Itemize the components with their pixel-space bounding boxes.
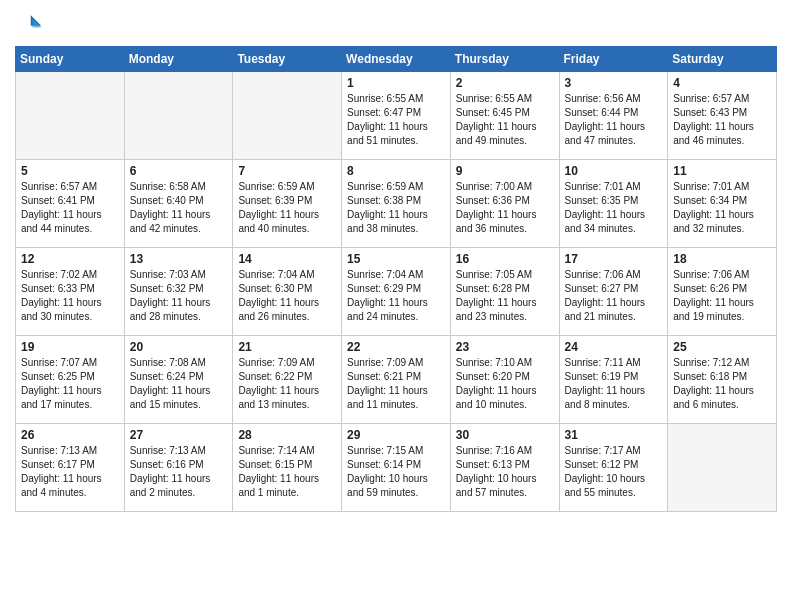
calendar-cell: 29Sunrise: 7:15 AM Sunset: 6:14 PM Dayli… xyxy=(342,424,451,512)
day-info: Sunrise: 6:55 AM Sunset: 6:45 PM Dayligh… xyxy=(456,92,554,148)
header-sunday: Sunday xyxy=(16,47,125,72)
day-number: 8 xyxy=(347,164,445,178)
header-monday: Monday xyxy=(124,47,233,72)
day-number: 15 xyxy=(347,252,445,266)
calendar-cell: 5Sunrise: 6:57 AM Sunset: 6:41 PM Daylig… xyxy=(16,160,125,248)
header-tuesday: Tuesday xyxy=(233,47,342,72)
day-number: 27 xyxy=(130,428,228,442)
calendar-cell: 15Sunrise: 7:04 AM Sunset: 6:29 PM Dayli… xyxy=(342,248,451,336)
calendar-cell: 28Sunrise: 7:14 AM Sunset: 6:15 PM Dayli… xyxy=(233,424,342,512)
calendar-cell: 2Sunrise: 6:55 AM Sunset: 6:45 PM Daylig… xyxy=(450,72,559,160)
day-info: Sunrise: 7:13 AM Sunset: 6:16 PM Dayligh… xyxy=(130,444,228,500)
day-info: Sunrise: 7:00 AM Sunset: 6:36 PM Dayligh… xyxy=(456,180,554,236)
day-info: Sunrise: 7:12 AM Sunset: 6:18 PM Dayligh… xyxy=(673,356,771,412)
calendar-table: Sunday Monday Tuesday Wednesday Thursday… xyxy=(15,46,777,512)
day-info: Sunrise: 6:57 AM Sunset: 6:43 PM Dayligh… xyxy=(673,92,771,148)
calendar-cell: 16Sunrise: 7:05 AM Sunset: 6:28 PM Dayli… xyxy=(450,248,559,336)
day-number: 16 xyxy=(456,252,554,266)
calendar-cell xyxy=(124,72,233,160)
day-info: Sunrise: 7:03 AM Sunset: 6:32 PM Dayligh… xyxy=(130,268,228,324)
day-number: 22 xyxy=(347,340,445,354)
calendar-cell: 10Sunrise: 7:01 AM Sunset: 6:35 PM Dayli… xyxy=(559,160,668,248)
calendar-cell: 27Sunrise: 7:13 AM Sunset: 6:16 PM Dayli… xyxy=(124,424,233,512)
day-info: Sunrise: 7:13 AM Sunset: 6:17 PM Dayligh… xyxy=(21,444,119,500)
day-number: 7 xyxy=(238,164,336,178)
header-wednesday: Wednesday xyxy=(342,47,451,72)
calendar-cell: 25Sunrise: 7:12 AM Sunset: 6:18 PM Dayli… xyxy=(668,336,777,424)
day-number: 3 xyxy=(565,76,663,90)
day-info: Sunrise: 7:06 AM Sunset: 6:27 PM Dayligh… xyxy=(565,268,663,324)
day-info: Sunrise: 7:17 AM Sunset: 6:12 PM Dayligh… xyxy=(565,444,663,500)
calendar-cell: 17Sunrise: 7:06 AM Sunset: 6:27 PM Dayli… xyxy=(559,248,668,336)
calendar-cell: 18Sunrise: 7:06 AM Sunset: 6:26 PM Dayli… xyxy=(668,248,777,336)
day-number: 24 xyxy=(565,340,663,354)
calendar-cell: 9Sunrise: 7:00 AM Sunset: 6:36 PM Daylig… xyxy=(450,160,559,248)
day-info: Sunrise: 7:04 AM Sunset: 6:29 PM Dayligh… xyxy=(347,268,445,324)
day-info: Sunrise: 7:04 AM Sunset: 6:30 PM Dayligh… xyxy=(238,268,336,324)
day-info: Sunrise: 7:14 AM Sunset: 6:15 PM Dayligh… xyxy=(238,444,336,500)
day-info: Sunrise: 6:55 AM Sunset: 6:47 PM Dayligh… xyxy=(347,92,445,148)
day-info: Sunrise: 7:05 AM Sunset: 6:28 PM Dayligh… xyxy=(456,268,554,324)
day-info: Sunrise: 7:06 AM Sunset: 6:26 PM Dayligh… xyxy=(673,268,771,324)
day-number: 6 xyxy=(130,164,228,178)
header-friday: Friday xyxy=(559,47,668,72)
header-saturday: Saturday xyxy=(668,47,777,72)
day-info: Sunrise: 7:07 AM Sunset: 6:25 PM Dayligh… xyxy=(21,356,119,412)
week-row-2: 5Sunrise: 6:57 AM Sunset: 6:41 PM Daylig… xyxy=(16,160,777,248)
calendar-cell: 14Sunrise: 7:04 AM Sunset: 6:30 PM Dayli… xyxy=(233,248,342,336)
day-info: Sunrise: 7:01 AM Sunset: 6:34 PM Dayligh… xyxy=(673,180,771,236)
calendar-cell xyxy=(233,72,342,160)
day-number: 5 xyxy=(21,164,119,178)
day-info: Sunrise: 7:01 AM Sunset: 6:35 PM Dayligh… xyxy=(565,180,663,236)
calendar-cell xyxy=(668,424,777,512)
day-info: Sunrise: 6:59 AM Sunset: 6:38 PM Dayligh… xyxy=(347,180,445,236)
day-number: 26 xyxy=(21,428,119,442)
day-info: Sunrise: 7:11 AM Sunset: 6:19 PM Dayligh… xyxy=(565,356,663,412)
calendar-cell: 3Sunrise: 6:56 AM Sunset: 6:44 PM Daylig… xyxy=(559,72,668,160)
calendar-cell: 1Sunrise: 6:55 AM Sunset: 6:47 PM Daylig… xyxy=(342,72,451,160)
calendar-cell: 31Sunrise: 7:17 AM Sunset: 6:12 PM Dayli… xyxy=(559,424,668,512)
week-row-5: 26Sunrise: 7:13 AM Sunset: 6:17 PM Dayli… xyxy=(16,424,777,512)
day-info: Sunrise: 7:02 AM Sunset: 6:33 PM Dayligh… xyxy=(21,268,119,324)
day-info: Sunrise: 7:10 AM Sunset: 6:20 PM Dayligh… xyxy=(456,356,554,412)
logo-icon xyxy=(15,10,43,38)
svg-marker-2 xyxy=(33,19,42,28)
calendar-cell: 19Sunrise: 7:07 AM Sunset: 6:25 PM Dayli… xyxy=(16,336,125,424)
calendar-cell: 6Sunrise: 6:58 AM Sunset: 6:40 PM Daylig… xyxy=(124,160,233,248)
header xyxy=(15,10,777,38)
day-info: Sunrise: 6:58 AM Sunset: 6:40 PM Dayligh… xyxy=(130,180,228,236)
calendar-cell: 7Sunrise: 6:59 AM Sunset: 6:39 PM Daylig… xyxy=(233,160,342,248)
day-info: Sunrise: 7:09 AM Sunset: 6:21 PM Dayligh… xyxy=(347,356,445,412)
day-number: 20 xyxy=(130,340,228,354)
day-number: 21 xyxy=(238,340,336,354)
day-info: Sunrise: 7:09 AM Sunset: 6:22 PM Dayligh… xyxy=(238,356,336,412)
day-info: Sunrise: 6:57 AM Sunset: 6:41 PM Dayligh… xyxy=(21,180,119,236)
day-number: 23 xyxy=(456,340,554,354)
day-number: 13 xyxy=(130,252,228,266)
day-number: 10 xyxy=(565,164,663,178)
day-number: 19 xyxy=(21,340,119,354)
week-row-4: 19Sunrise: 7:07 AM Sunset: 6:25 PM Dayli… xyxy=(16,336,777,424)
calendar-cell: 30Sunrise: 7:16 AM Sunset: 6:13 PM Dayli… xyxy=(450,424,559,512)
calendar-cell: 24Sunrise: 7:11 AM Sunset: 6:19 PM Dayli… xyxy=(559,336,668,424)
calendar-cell: 8Sunrise: 6:59 AM Sunset: 6:38 PM Daylig… xyxy=(342,160,451,248)
calendar-cell: 4Sunrise: 6:57 AM Sunset: 6:43 PM Daylig… xyxy=(668,72,777,160)
calendar-cell: 20Sunrise: 7:08 AM Sunset: 6:24 PM Dayli… xyxy=(124,336,233,424)
day-number: 25 xyxy=(673,340,771,354)
day-number: 29 xyxy=(347,428,445,442)
day-number: 11 xyxy=(673,164,771,178)
day-number: 28 xyxy=(238,428,336,442)
calendar-cell: 21Sunrise: 7:09 AM Sunset: 6:22 PM Dayli… xyxy=(233,336,342,424)
day-number: 31 xyxy=(565,428,663,442)
calendar-cell: 22Sunrise: 7:09 AM Sunset: 6:21 PM Dayli… xyxy=(342,336,451,424)
day-info: Sunrise: 6:59 AM Sunset: 6:39 PM Dayligh… xyxy=(238,180,336,236)
calendar-cell: 12Sunrise: 7:02 AM Sunset: 6:33 PM Dayli… xyxy=(16,248,125,336)
page: Sunday Monday Tuesday Wednesday Thursday… xyxy=(0,0,792,612)
calendar-cell: 23Sunrise: 7:10 AM Sunset: 6:20 PM Dayli… xyxy=(450,336,559,424)
day-number: 17 xyxy=(565,252,663,266)
day-number: 12 xyxy=(21,252,119,266)
calendar-cell: 13Sunrise: 7:03 AM Sunset: 6:32 PM Dayli… xyxy=(124,248,233,336)
day-number: 1 xyxy=(347,76,445,90)
day-info: Sunrise: 7:15 AM Sunset: 6:14 PM Dayligh… xyxy=(347,444,445,500)
day-number: 4 xyxy=(673,76,771,90)
